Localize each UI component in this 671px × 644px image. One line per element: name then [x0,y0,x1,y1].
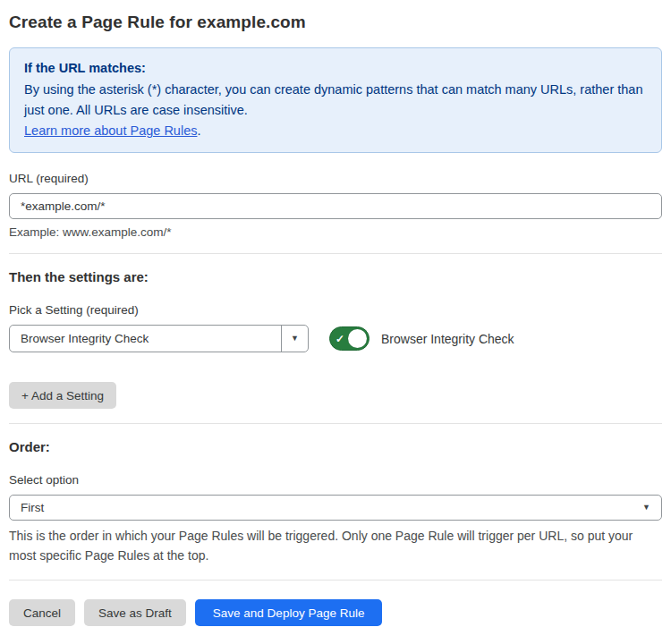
learn-more-link[interactable]: Learn more about Page Rules [24,123,197,138]
order-heading: Order: [9,439,662,454]
url-match-info-box: If the URL matches: By using the asteris… [9,47,662,153]
setting-toggle[interactable]: ✓ [329,326,369,351]
order-helper-text: This is the order in which your Page Rul… [9,526,662,565]
setting-row: Browser Integrity Check ▼ ✓ Browser Inte… [9,325,662,352]
info-box-heading: If the URL matches: [24,58,647,79]
url-input[interactable] [9,193,662,219]
footer-actions: Cancel Save as Draft Save and Deploy Pag… [9,599,662,626]
info-box-link-line: Learn more about Page Rules. [24,121,647,141]
settings-heading: Then the settings are: [9,269,662,284]
setting-select[interactable]: Browser Integrity Check ▼ [9,325,309,352]
check-icon: ✓ [336,334,344,344]
chevron-down-icon: ▼ [642,504,650,512]
toggle-knob [348,329,367,348]
cancel-button[interactable]: Cancel [9,599,75,626]
create-page-rule-form: Create a Page Rule for example.com If th… [0,13,671,644]
page-title: Create a Page Rule for example.com [9,13,662,32]
save-as-draft-button[interactable]: Save as Draft [84,599,186,626]
divider [9,423,662,424]
setting-picker-label: Pick a Setting (required) [9,303,662,317]
save-and-deploy-button[interactable]: Save and Deploy Page Rule [195,599,383,626]
order-select-value: First [10,496,642,520]
setting-toggle-label: Browser Integrity Check [381,332,514,346]
setting-select-value: Browser Integrity Check [10,326,281,352]
url-example-text: Example: www.example.com/* [9,225,662,239]
add-setting-button[interactable]: + Add a Setting [9,382,116,409]
divider [9,580,662,580]
order-select[interactable]: First ▼ [9,495,662,521]
info-box-body: By using the asterisk (*) character, you… [24,80,647,121]
chevron-down-icon: ▼ [291,335,299,343]
order-select-label: Select option [9,473,662,487]
link-suffix: . [197,123,200,138]
divider [9,253,662,254]
order-select-arrow: ▼ [642,496,661,520]
setting-select-arrow-button[interactable]: ▼ [281,326,308,352]
url-label: URL (required) [9,172,662,185]
